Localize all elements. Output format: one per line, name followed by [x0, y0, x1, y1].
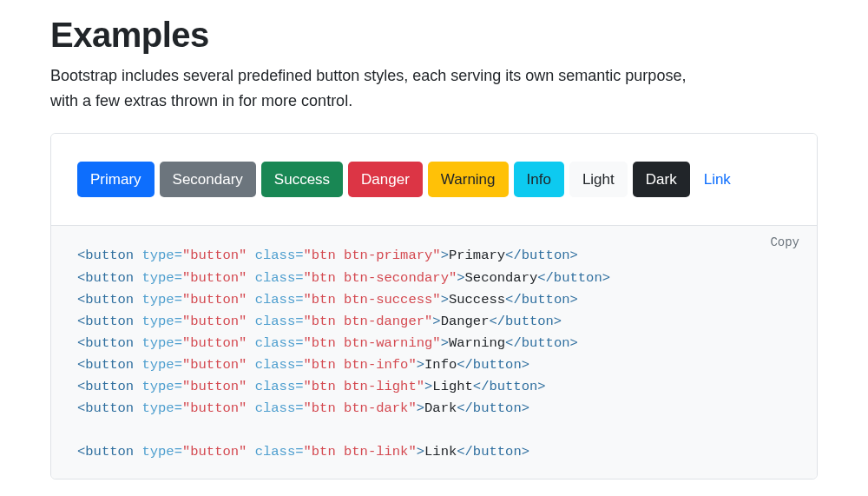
code-line: <button type="button" class="btn btn-pri…	[77, 245, 791, 267]
code-line: <button type="button" class="btn btn-suc…	[77, 289, 791, 311]
code-line: <button type="button" class="btn btn-inf…	[77, 354, 791, 376]
example-card: Primary Secondary Success Danger Warning…	[50, 133, 818, 480]
dark-button[interactable]: Dark	[633, 162, 690, 198]
success-button[interactable]: Success	[261, 162, 343, 198]
info-button[interactable]: Info	[514, 162, 564, 198]
code-line: <button type="button" class="btn btn-dan…	[77, 311, 791, 333]
code-line: <button type="button" class="btn btn-lig…	[77, 376, 791, 398]
code-line: <button type="button" class="btn btn-lin…	[77, 441, 791, 463]
page-title: Examples	[50, 16, 818, 55]
code-lines: <button type="button" class="btn btn-pri…	[77, 245, 791, 463]
code-line: <button type="button" class="btn btn-war…	[77, 333, 791, 354]
primary-button[interactable]: Primary	[77, 162, 155, 198]
intro-text: Bootstrap includes several predefined bu…	[50, 63, 710, 114]
code-block: Copy <button type="button" class="btn bt…	[51, 225, 817, 479]
code-blank-line	[77, 420, 791, 441]
example-preview: Primary Secondary Success Danger Warning…	[51, 134, 817, 226]
code-line: <button type="button" class="btn btn-dar…	[77, 398, 791, 420]
secondary-button[interactable]: Secondary	[160, 162, 256, 198]
light-button[interactable]: Light	[569, 162, 628, 198]
link-button[interactable]: Link	[695, 162, 740, 197]
danger-button[interactable]: Danger	[348, 162, 423, 198]
copy-button[interactable]: Copy	[765, 235, 805, 250]
warning-button[interactable]: Warning	[428, 162, 509, 198]
code-line: <button type="button" class="btn btn-sec…	[77, 268, 791, 289]
page-container: Examples Bootstrap includes several pred…	[26, 16, 842, 496]
